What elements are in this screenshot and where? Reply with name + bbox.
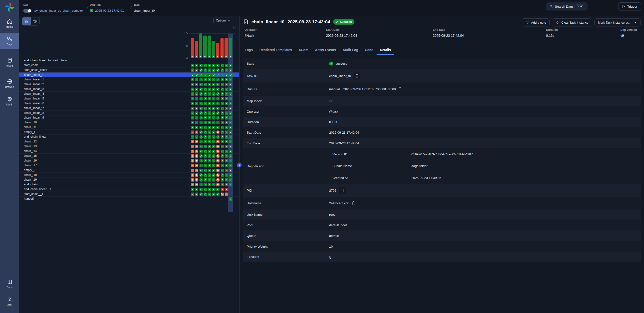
keyboard-shortcuts-icon[interactable]	[233, 26, 237, 30]
task-instance-cell-success[interactable]: ✓	[208, 150, 211, 153]
task-instance-cell-success[interactable]: ✓	[195, 97, 198, 100]
task-instance-cell-upstream_failed[interactable]: ↻	[195, 164, 198, 167]
task-instance-cell-success[interactable]: ✓	[229, 169, 232, 172]
task-instance-cell-success[interactable]: ✓	[195, 192, 198, 196]
task-instance-cell-success[interactable]: ✓	[225, 121, 228, 124]
task-instance-cell-success[interactable]: ✓	[212, 121, 216, 124]
task-instance-cell-success[interactable]: ✓	[195, 69, 198, 72]
task-instance-cell-upstream_failed[interactable]: ↻	[195, 178, 198, 182]
task-instance-cell-success[interactable]: ✓	[221, 145, 224, 148]
task-row[interactable]: chain_t16↻↻✓✓✓✓↻✓✓✓	[19, 158, 239, 163]
task-instance-cell-success[interactable]: ✓	[208, 121, 211, 124]
task-instance-cell-success[interactable]: ✓	[200, 102, 203, 105]
task-instance-cell-success[interactable]: ✓	[225, 159, 228, 162]
task-instance-cell-upstream_failed[interactable]: ↻	[191, 150, 194, 153]
task-row[interactable]: end_chain_linear✓✓✓✓✓✓✓✓✓✓	[19, 135, 239, 139]
task-instance-cell-success[interactable]: ✓	[212, 173, 216, 177]
task-instance-cell-success[interactable]: ✓	[200, 159, 203, 162]
task-instance-cell-success[interactable]: ✓	[225, 135, 228, 139]
task-instance-cell-success[interactable]: ✓	[221, 154, 224, 158]
task-instance-cell-upstream_failed[interactable]: ↻	[216, 145, 220, 148]
task-instance-cell-success[interactable]: ✓	[212, 69, 216, 72]
task-instance-cell-success[interactable]: ✓	[221, 111, 224, 115]
task-instance-cell-success[interactable]: ✓	[195, 83, 198, 86]
task-instance-cell-failed[interactable]: ✕	[216, 131, 220, 134]
task-name[interactable]: chain_t13	[24, 145, 37, 148]
task-instance-cell-success[interactable]: ✓	[225, 173, 228, 177]
task-instance-cell-success[interactable]: ✓	[225, 126, 228, 129]
task-instance-cell-upstream_failed[interactable]: ↻	[216, 154, 220, 158]
task-name[interactable]: chain_linear_t6	[24, 102, 44, 105]
task-instance-cell-success[interactable]: ✓	[229, 116, 232, 120]
task-instance-cell-success[interactable]: ✓	[212, 102, 216, 105]
task-instance-cell-success[interactable]: ✓	[204, 69, 207, 72]
search-dags-button[interactable]: Search Dags ⌘+K	[546, 3, 588, 11]
copy-button[interactable]	[398, 87, 402, 91]
task-instance-cell-success[interactable]: ✓	[221, 169, 224, 172]
task-instance-cell-success[interactable]: ✓	[229, 69, 232, 72]
task-instance-cell-success[interactable]: ✓	[200, 88, 203, 91]
task-instance-cell-success[interactable]: ✓	[204, 164, 207, 167]
task-instance-cell-success[interactable]: ✓	[221, 178, 224, 182]
task-instance-cell-success[interactable]: ✓	[221, 140, 224, 143]
task-instance-cell-success[interactable]: ✓	[208, 183, 211, 186]
task-instance-cell-success[interactable]: ✓	[212, 78, 216, 81]
task-name[interactable]: empty_2	[24, 168, 35, 172]
task-instance-cell-success[interactable]: ✓	[221, 131, 224, 134]
copy-button[interactable]	[354, 73, 360, 80]
task-instance-cell-success[interactable]: ✓	[204, 150, 207, 153]
task-instance-cell-success[interactable]: ✓	[200, 169, 203, 172]
task-instance-cell-success[interactable]: ✓	[212, 88, 216, 91]
task-row[interactable]: chain_linear_t7✓✓✓✓✓✓✓✓✓✓	[19, 106, 239, 111]
task-instance-cell-success[interactable]: ✓	[204, 135, 207, 139]
task-instance-cell-success[interactable]: ✓	[221, 83, 224, 86]
task-instance-cell-success[interactable]: ✓	[212, 107, 216, 110]
task-name[interactable]: end_chain_linear__1	[24, 187, 52, 191]
task-instance-cell-success[interactable]: ✓	[195, 126, 198, 129]
task-instance-cell-success[interactable]: ✓	[196, 74, 199, 77]
task-instance-cell-success[interactable]: ✓	[195, 121, 198, 124]
task-instance-cell-success[interactable]: ✓	[216, 97, 220, 100]
task-instance-cell-success[interactable]: ✓	[216, 92, 220, 96]
task-instance-cell-success[interactable]: ✓	[221, 183, 224, 186]
task-instance-cell-success[interactable]: ✓	[225, 102, 228, 105]
task-row[interactable]: end_chain_linear__1✓✓✓✓✓✓✓✕✕	[19, 187, 239, 192]
task-instance-cell-success[interactable]: ✓	[191, 121, 194, 124]
task-instance-cell-success[interactable]: ✓	[225, 88, 228, 91]
task-instance-cell-success[interactable]: ✓	[195, 78, 198, 81]
task-instance-cell-success[interactable]: ✓	[212, 116, 216, 120]
task-instance-cell-success[interactable]: ✓	[212, 188, 216, 191]
task-instance-cell-success[interactable]: ✓	[200, 140, 203, 143]
task-name[interactable]: chain_t15	[24, 154, 37, 157]
task-instance-cell-success[interactable]: ✓	[204, 131, 207, 134]
task-instance-cell-success[interactable]: ✓	[200, 192, 203, 196]
task-name[interactable]: end_chain_linear_to_start_chain	[24, 59, 67, 62]
task-instance-cell-success[interactable]: ✓	[221, 92, 224, 96]
task-instance-cell-success[interactable]: ✓	[204, 97, 207, 100]
task-instance-cell-upstream_failed[interactable]: ↻	[216, 178, 220, 182]
task-instance-cell-success[interactable]: ✓	[208, 92, 211, 96]
task-name[interactable]: end_chain_linear	[24, 135, 46, 138]
task-instance-cell-success[interactable]: ✓	[229, 173, 232, 177]
task-row[interactable]: chain_linear_t9✓✓✓✓✓✓✓✓✓✓	[19, 115, 239, 120]
task-instance-cell-success[interactable]: ✓	[191, 97, 194, 100]
grid-view-button[interactable]	[22, 18, 31, 25]
task-instance-cell-success[interactable]: ✓	[200, 97, 203, 100]
task-instance-cell-upstream_failed[interactable]: ↻	[191, 173, 194, 177]
task-instance-cell-success[interactable]: ✓	[225, 107, 228, 110]
task-instance-cell-success[interactable]: ✓	[225, 164, 228, 167]
task-instance-cell-success[interactable]: ✓	[208, 97, 211, 100]
task-row[interactable]: chain_t18↻↻✓✓✓✓↻✓✓✓	[19, 173, 239, 177]
task-row[interactable]: end_chain_linear_to_start_chain	[19, 58, 239, 63]
task-row[interactable]: empty_1✕✕✓✓✓✓✕✓✓✓	[19, 130, 239, 135]
task-instance-cell-success[interactable]: ✓	[191, 126, 194, 129]
task-instance-cell-success[interactable]: ✓	[221, 116, 224, 120]
mark-task-instance-button[interactable]: Mark Task Instance as...	[594, 18, 641, 27]
task-instance-cell-success[interactable]: ✓	[229, 111, 232, 115]
task-instance-cell-upstream_failed[interactable]: ↻	[191, 183, 194, 186]
task-instance-cell-upstream_failed[interactable]: ↻	[191, 145, 194, 148]
task-instance-cell-success[interactable]: ✓	[191, 74, 194, 77]
task-instance-cell-success[interactable]: ✓	[208, 135, 211, 139]
task-instance-cell-success[interactable]: ✓	[216, 126, 220, 129]
add-note-button[interactable]: Add a note	[522, 18, 550, 27]
